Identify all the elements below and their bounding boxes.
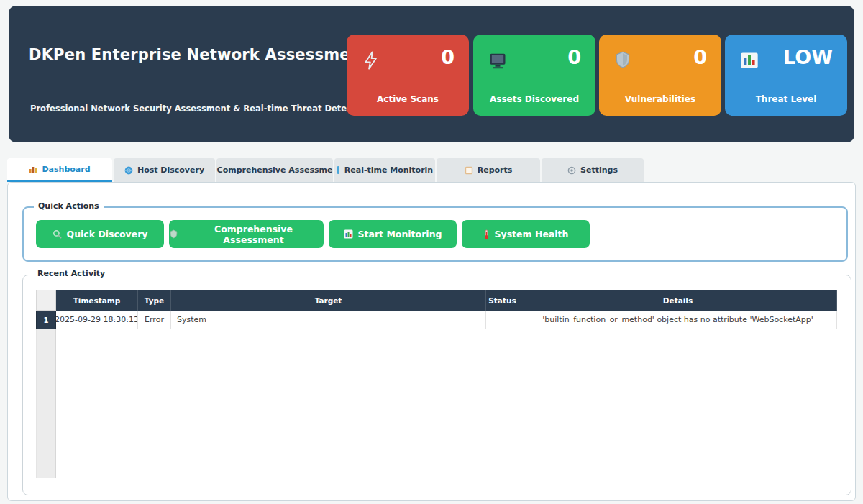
- button-label: Start Monitoring: [358, 229, 442, 239]
- column-header-details[interactable]: Details: [519, 290, 837, 311]
- stat-card-assets-discovered: 0 Assets Discovered: [473, 35, 595, 116]
- shield-icon: [613, 50, 634, 70]
- tab-dashboard[interactable]: Dashboard: [7, 158, 112, 182]
- stat-value: LOW: [783, 46, 833, 68]
- quick-discovery-button[interactable]: Quick Discovery: [36, 220, 164, 248]
- cell-target: System: [171, 311, 486, 329]
- cell-type: Error: [138, 311, 171, 329]
- stat-card-threat-level: LOW Threat Level: [725, 35, 847, 116]
- bar-chart-icon: [29, 165, 37, 173]
- tab-label: Comprehensive Assessme: [217, 165, 333, 175]
- bar-chart-icon: [739, 50, 759, 70]
- bar-chart-icon: [344, 229, 353, 239]
- system-health-button[interactable]: System Health: [462, 220, 590, 248]
- stat-card-active-scans: 0 Active Scans: [347, 35, 469, 116]
- stat-label: Vulnerabilities: [599, 94, 721, 104]
- thermometer-icon: [483, 229, 490, 239]
- tab-settings[interactable]: Settings: [542, 158, 644, 182]
- tab-label: Settings: [580, 165, 618, 175]
- magnifier-icon: [52, 229, 62, 239]
- stat-value: 0: [693, 46, 707, 68]
- table-row[interactable]: 1 2025-09-29 18:30:13 Error System 'buil…: [36, 311, 837, 329]
- activity-table[interactable]: Timestamp Type Target Status Details 1 2…: [36, 290, 837, 478]
- comprehensive-assessment-button[interactable]: Comprehensive Assessment: [169, 220, 324, 248]
- quick-actions-frame: Quick Actions Quick Discovery Comprehens…: [22, 206, 848, 262]
- dashboard-panel: Quick Actions Quick Discovery Comprehens…: [7, 182, 856, 501]
- row-number: 1: [36, 311, 56, 329]
- tab-comprehensive-assessment[interactable]: Comprehensive Assessme: [216, 158, 333, 182]
- quick-actions-label: Quick Actions: [34, 201, 104, 211]
- cell-details: 'builtin_function_or_method' object has …: [519, 311, 837, 329]
- column-header-type[interactable]: Type: [138, 290, 171, 311]
- monitor-icon: [488, 50, 508, 70]
- cell-status: [486, 311, 519, 329]
- recent-activity-label: Recent Activity: [33, 269, 109, 278]
- tab-reports[interactable]: Reports: [437, 158, 540, 182]
- shield-icon: [169, 229, 178, 239]
- button-label: Comprehensive Assessment: [183, 224, 324, 245]
- stat-label: Active Scans: [347, 94, 469, 104]
- recent-activity-frame: Recent Activity Timestamp Type Target St…: [22, 275, 851, 495]
- app-header: DKPen Enterprise Network Assessment Prof…: [9, 6, 854, 142]
- tab-label: Real-time Monitorin: [344, 165, 433, 175]
- column-header-status[interactable]: Status: [486, 290, 519, 311]
- main-tabbar: Dashboard Host Discovery Comprehensive A…: [7, 158, 644, 182]
- clipboard-icon: [465, 166, 473, 175]
- cell-timestamp: 2025-09-29 18:30:13: [56, 311, 138, 329]
- activity-table-header: Timestamp Type Target Status Details: [36, 290, 837, 311]
- stat-value: 0: [441, 46, 455, 68]
- tab-label: Host Discovery: [137, 165, 204, 175]
- column-header-timestamp[interactable]: Timestamp: [56, 290, 138, 311]
- stat-value: 0: [567, 46, 581, 68]
- lightning-icon: [361, 50, 381, 70]
- app-title: DKPen Enterprise Network Assessment: [29, 46, 368, 63]
- button-label: Quick Discovery: [67, 229, 148, 239]
- tab-label: Reports: [478, 165, 513, 175]
- table-corner-cell: [36, 290, 56, 311]
- tab-label: Dashboard: [42, 165, 90, 174]
- start-monitoring-button[interactable]: Start Monitoring: [329, 220, 457, 248]
- gear-icon: [567, 166, 576, 175]
- column-header-target[interactable]: Target: [171, 290, 486, 311]
- table-body-fill: [56, 329, 837, 478]
- table-empty-area: [36, 329, 837, 478]
- tab-host-discovery[interactable]: Host Discovery: [114, 158, 215, 182]
- button-label: System Health: [495, 229, 569, 239]
- tab-realtime-monitoring[interactable]: Real-time Monitorin: [334, 158, 435, 182]
- signal-icon: [337, 165, 340, 175]
- stat-label: Threat Level: [725, 94, 847, 104]
- globe-icon: [124, 166, 133, 175]
- stat-card-vulnerabilities: 0 Vulnerabilities: [599, 35, 721, 116]
- stat-label: Assets Discovered: [473, 94, 595, 104]
- row-number-gutter: [36, 329, 56, 478]
- app-subtitle: Professional Network Security Assessment…: [30, 104, 370, 114]
